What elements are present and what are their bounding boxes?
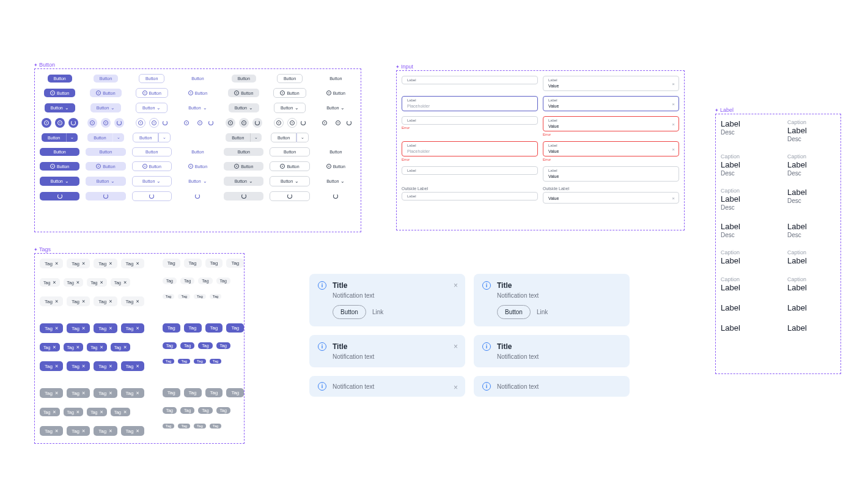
close-icon[interactable]: ×: [109, 325, 112, 331]
tag-grey-removable[interactable]: Tag×: [94, 426, 117, 436]
tag-neutral[interactable]: Tag: [216, 278, 230, 284]
icon-button[interactable]: [87, 118, 97, 128]
tag-neutral-removable[interactable]: Tag×: [40, 296, 63, 306]
close-icon[interactable]: ×: [82, 390, 85, 396]
tag-grey[interactable]: Tag: [184, 388, 202, 397]
tag-primary[interactable]: Tag: [194, 359, 206, 364]
tag-grey[interactable]: Tag: [178, 424, 190, 428]
split-chevron[interactable]: ⌄: [112, 133, 124, 142]
input-field-error-focus[interactable]: Label×Error: [543, 141, 679, 161]
icon-button[interactable]: [101, 118, 111, 128]
button-primary-icon[interactable]: Button: [44, 89, 75, 97]
tag-primary[interactable]: Tag: [226, 323, 244, 333]
notification-button[interactable]: Button: [497, 305, 531, 319]
close-icon[interactable]: ×: [82, 260, 85, 267]
button-soft-full-icon[interactable]: Button: [86, 162, 125, 171]
close-icon[interactable]: ×: [136, 298, 139, 304]
icon-button-loading[interactable]: [68, 118, 78, 128]
button-grey-full-dropdown[interactable]: Button⌄: [224, 177, 263, 186]
tag-primary-removable[interactable]: Tag×: [64, 343, 84, 351]
tag-primary[interactable]: Tag: [216, 342, 230, 349]
button-grey-outline-icon[interactable]: Button: [273, 88, 306, 98]
button-grey-full[interactable]: Button: [224, 148, 263, 156]
tag-grey[interactable]: Tag: [198, 407, 212, 414]
tag-primary-removable[interactable]: Tag×: [121, 323, 144, 333]
close-icon[interactable]: ×: [123, 344, 127, 350]
button-outline-full[interactable]: Button: [132, 147, 172, 156]
input-field-error[interactable]: Label×Error: [543, 116, 679, 136]
close-icon[interactable]: ×: [55, 363, 58, 369]
tag-neutral[interactable]: Tag: [226, 259, 244, 268]
tag-grey[interactable]: Tag: [210, 424, 222, 428]
field-value[interactable]: [548, 104, 674, 108]
button-soft[interactable]: Button: [94, 75, 118, 83]
button-soft-loading[interactable]: [86, 192, 125, 200]
icon-button[interactable]: [42, 118, 51, 128]
close-icon[interactable]: ×: [55, 390, 58, 396]
input-field-error[interactable]: LabelError: [402, 116, 538, 136]
close-icon[interactable]: ×: [100, 344, 103, 350]
close-icon[interactable]: ×: [454, 342, 458, 351]
close-icon[interactable]: ×: [55, 325, 58, 331]
button-text[interactable]: Button: [185, 75, 210, 83]
tag-primary[interactable]: Tag: [178, 359, 190, 364]
tag-neutral-removable[interactable]: Tag×: [121, 259, 144, 268]
button-primary[interactable]: Button: [48, 75, 72, 83]
close-icon[interactable]: ×: [672, 81, 675, 86]
close-icon[interactable]: ×: [123, 409, 127, 415]
icon-button-loading[interactable]: [114, 118, 124, 128]
icon-button[interactable]: [149, 118, 159, 128]
split-main[interactable]: Button: [226, 133, 250, 142]
tag-neutral-removable[interactable]: Tag×: [111, 278, 131, 287]
button-grey-text-loading[interactable]: [316, 192, 356, 200]
button-grey-text-icon[interactable]: Button: [320, 89, 351, 97]
button-grey-loading[interactable]: [224, 192, 263, 200]
button-soft-dropdown[interactable]: Button⌄: [90, 103, 121, 112]
tag-primary[interactable]: Tag: [163, 359, 175, 364]
notification-button[interactable]: Button: [333, 305, 366, 319]
icon-button[interactable]: [239, 118, 249, 128]
tag-neutral[interactable]: Tag: [198, 278, 212, 284]
tag-grey[interactable]: Tag: [180, 407, 194, 414]
button-outline-full-dropdown[interactable]: Button⌄: [132, 176, 172, 186]
icon-button[interactable]: [136, 118, 145, 128]
button-grey-text-dropdown[interactable]: Button⌄: [320, 103, 351, 112]
split-chevron[interactable]: ⌄: [158, 133, 171, 142]
close-icon[interactable]: ×: [109, 298, 112, 304]
tag-grey-removable[interactable]: Tag×: [111, 408, 131, 416]
button-grey-text-full[interactable]: Button: [316, 148, 356, 156]
close-icon[interactable]: ×: [55, 260, 58, 267]
tag-primary-removable[interactable]: Tag×: [111, 343, 131, 351]
close-icon[interactable]: ×: [53, 409, 56, 415]
tag-neutral-removable[interactable]: Tag×: [94, 296, 117, 306]
tag-neutral-removable[interactable]: Tag×: [67, 259, 90, 268]
split-main[interactable]: Button: [42, 133, 66, 142]
tag-grey[interactable]: Tag: [163, 407, 177, 414]
tag-neutral-removable[interactable]: Tag×: [40, 259, 63, 268]
icon-button[interactable]: [320, 118, 329, 128]
field-value[interactable]: [548, 84, 674, 88]
tag-grey-removable[interactable]: Tag×: [40, 426, 63, 436]
input-field[interactable]: Label: [402, 76, 538, 91]
close-icon[interactable]: ×: [136, 260, 139, 267]
field-value[interactable]: [548, 196, 674, 200]
close-icon[interactable]: ×: [672, 121, 675, 127]
field-value[interactable]: [548, 149, 674, 153]
tag-grey-removable[interactable]: Tag×: [64, 408, 84, 416]
tag-grey[interactable]: Tag: [216, 407, 230, 414]
tag-grey-removable[interactable]: Tag×: [67, 426, 90, 436]
split-chevron[interactable]: ⌄: [66, 133, 78, 142]
input-field-outside[interactable]: Outside LabelLabel: [402, 186, 538, 204]
input-field[interactable]: Label: [402, 166, 538, 182]
tag-primary[interactable]: Tag: [205, 323, 223, 333]
tag-grey-removable[interactable]: Tag×: [40, 408, 60, 416]
close-icon[interactable]: ×: [454, 383, 458, 392]
button-primary-full[interactable]: Button: [40, 148, 79, 156]
close-icon[interactable]: ×: [109, 390, 112, 396]
tag-neutral[interactable]: Tag: [178, 294, 190, 299]
field-value[interactable]: [548, 174, 674, 178]
icon-button[interactable]: [195, 118, 205, 128]
tag-primary-removable[interactable]: Tag×: [67, 361, 90, 371]
button-outline-dropdown[interactable]: Button⌄: [136, 103, 167, 113]
tag-primary[interactable]: Tag: [198, 342, 212, 349]
